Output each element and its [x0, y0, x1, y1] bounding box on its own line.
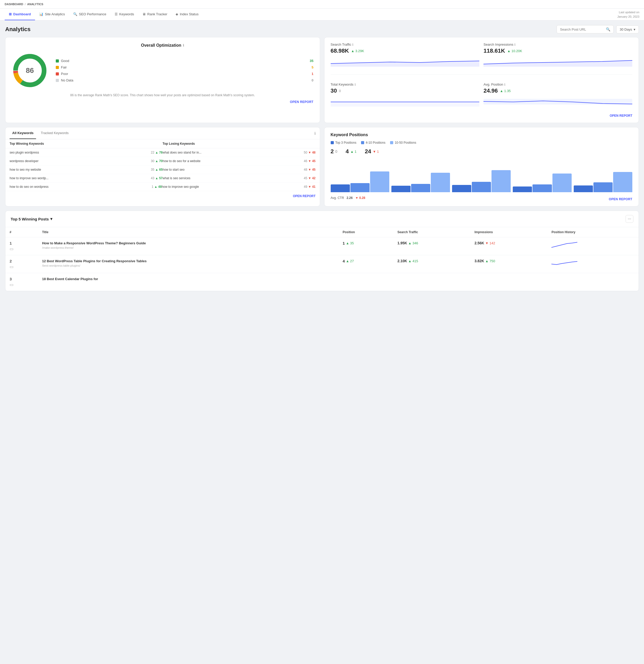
bar-low-5 — [613, 172, 632, 192]
stat-traffic-change: ▲ 3.29K — [351, 49, 364, 53]
bar-low-2 — [431, 173, 450, 192]
bottom-grid: All Keywords Tracked Keywords ℹ Top Winn… — [5, 127, 639, 206]
bar-top3-2 — [391, 186, 411, 192]
kw-open-report[interactable]: OPEN REPORT — [5, 191, 320, 201]
bar-low-1 — [370, 171, 389, 192]
post-position-cell-2: 4 ▲ 27 — [338, 255, 393, 273]
legend-top3: Top 3 Positions — [331, 141, 356, 144]
kw-row-4: how to improve seo wordp... 43 ▲ 57 what… — [5, 174, 320, 183]
optimization-main: 86 Good 35 Fair 5 Poor — [12, 53, 314, 89]
legend-10to50: 10-50 Positions — [390, 141, 416, 144]
kw-row-3: how to seo my website 35 ▲ 65 how to sta… — [5, 165, 320, 174]
post-num-1: 1 ▭ — [5, 237, 38, 255]
optimization-open-report[interactable]: OPEN REPORT — [12, 100, 314, 104]
kw-tab-all[interactable]: All Keywords — [9, 127, 36, 139]
table-row: 1 ▭ How to Make a Responsive WordPress T… — [5, 237, 639, 255]
stat-impressions-label: Search Impressions ℹ — [483, 43, 632, 46]
keywords-help-icon[interactable]: ℹ — [355, 83, 356, 86]
bar-top3-3 — [452, 185, 471, 192]
tab-site-analytics[interactable]: 📊 Site Analytics — [35, 8, 69, 20]
kw-lose-1: what does seo stand for in... — [163, 151, 304, 154]
legend-fair-value: 5 — [311, 65, 313, 69]
keywords-mini-chart — [331, 96, 480, 107]
days-select[interactable]: 30 Days ▾ — [616, 25, 639, 34]
kw-tab-tracked[interactable]: Tracked Keywords — [38, 127, 71, 139]
post-title-2[interactable]: 12 Best WordPress Table Plugins for Crea… — [42, 259, 334, 264]
bar-top3-1 — [331, 184, 350, 192]
positions-title: Keyword Positions — [331, 132, 632, 137]
tab-dashboard-label: Dashboard — [13, 12, 31, 16]
col-position: Position — [338, 227, 393, 237]
kw-lose-pos-1: 50 ▼ 48 — [304, 151, 315, 154]
optimization-title: Overall Optimization ℹ — [12, 43, 314, 48]
optimization-card: Overall Optimization ℹ — [5, 37, 320, 123]
tab-site-analytics-label: Site Analytics — [45, 12, 65, 16]
tab-seo-performance[interactable]: 🔍 SEO Performance — [69, 8, 110, 20]
legend-fair: Fair 5 — [56, 64, 314, 70]
search-stats-grid: Search Traffic ℹ 68.98K ▲ 3.29K — [331, 43, 632, 118]
stats-open-report[interactable]: OPEN REPORT — [331, 114, 632, 118]
posts-menu-button[interactable]: ··· — [626, 215, 633, 223]
table-row: 2 ▭ 12 Best WordPress Table Plugins for … — [5, 255, 639, 273]
positions-open-report[interactable]: OPEN REPORT — [609, 198, 632, 201]
tab-index-status[interactable]: ◈ Index Status — [171, 8, 203, 20]
search-input[interactable] — [560, 27, 604, 32]
kw-help-icon[interactable]: ℹ — [314, 131, 316, 136]
page-title: Analytics — [5, 26, 30, 33]
posts-table-head: # Title Position Search Traffic Impressi… — [5, 227, 639, 237]
legend-poor-label: Poor — [61, 72, 311, 76]
post-impressions-2: 3.82K ▲ 750 — [474, 259, 543, 263]
stat-keywords-label: Total Keywords ℹ — [331, 82, 480, 86]
stat-position-label: Avg. Position ℹ — [483, 82, 632, 86]
tab-dashboard[interactable]: ⊞ Dashboard — [5, 8, 35, 20]
post-position-1: 1 ▲ 35 — [342, 241, 389, 245]
bar-mid-3 — [472, 182, 491, 192]
bar-group-5 — [574, 172, 632, 192]
stat-search-traffic: Search Traffic ℹ 68.98K ▲ 3.29K — [331, 43, 480, 67]
bar-top3-5 — [574, 185, 593, 192]
nav-tabs: ⊞ Dashboard 📊 Site Analytics 🔍 SEO Perfo… — [0, 8, 644, 20]
legend-fair-label: Fair — [61, 65, 311, 69]
stat-position-change: ▲ 1.35 — [500, 89, 511, 93]
breadcrumb-current: ANALYTICS — [27, 3, 43, 6]
impressions-help-icon[interactable]: ℹ — [514, 43, 516, 46]
site-analytics-icon: 📊 — [39, 12, 43, 16]
seo-performance-icon: 🔍 — [73, 12, 77, 16]
kw-tabs: All Keywords Tracked Keywords ℹ — [5, 127, 320, 139]
post-impressions-1: 2.56K ▼ 142 — [474, 241, 543, 245]
legend-poor-value: 1 — [311, 72, 313, 76]
posts-title[interactable]: Top 5 Winning Posts ▾ — [11, 216, 53, 221]
positions-card: Keyword Positions Top 3 Positions 4-10 P… — [324, 127, 639, 206]
post-traffic-1: 1.95K ▲ 346 — [397, 241, 466, 245]
pos-stat-top3: 2 0 — [331, 148, 337, 155]
optimization-help-icon[interactable]: ℹ — [183, 44, 184, 47]
post-num-3: 3 ▭ — [5, 273, 38, 291]
post-title-1[interactable]: How to Make a Responsive WordPress Theme… — [42, 241, 334, 246]
legend-nodata-dot — [56, 79, 59, 82]
tab-rank-tracker[interactable]: 🖥 Rank Tracker — [138, 8, 171, 20]
tab-keywords[interactable]: ☰ Keywords — [110, 8, 138, 20]
stat-traffic-label: Search Traffic ℹ — [331, 43, 480, 46]
post-history-2 — [547, 255, 639, 273]
legend-good-label: Good — [61, 59, 310, 63]
legend-10to50-dot — [390, 141, 393, 144]
stat-impressions-change: ▲ 10.20K — [507, 49, 522, 53]
legend-nodata-value: 0 — [311, 78, 313, 82]
kw-row-2: wordpress developer 30 ▲ 70 how to do se… — [5, 157, 320, 165]
bar-low-4 — [553, 173, 572, 192]
positions-legend: Top 3 Positions 4-10 Positions 10-50 Pos… — [331, 141, 632, 144]
bar-mid-2 — [411, 184, 430, 192]
kw-header: Top Winning Keywords Top Losing Keywords — [5, 139, 320, 148]
days-label: 30 Days — [620, 27, 632, 32]
stat-position-value: 24.96 ▲ 1.35 — [483, 87, 632, 94]
top-posts-card: Top 5 Winning Posts ▾ ··· # Title Positi… — [5, 211, 639, 291]
legend-fair-dot — [56, 66, 59, 69]
breadcrumb-parent[interactable]: DASHBOARD — [5, 3, 23, 6]
tab-index-status-label: Index Status — [180, 12, 199, 16]
traffic-help-icon[interactable]: ℹ — [352, 43, 354, 46]
pos-stat-4to10: 4 ▲ 1 — [346, 148, 357, 155]
position-help-icon[interactable]: ℹ — [504, 83, 505, 86]
post-position-2: 4 ▲ 27 — [342, 259, 389, 263]
post-title-3[interactable]: 18 Best Event Calendar Plugins for — [42, 277, 334, 282]
traffic-mini-chart — [331, 56, 480, 67]
